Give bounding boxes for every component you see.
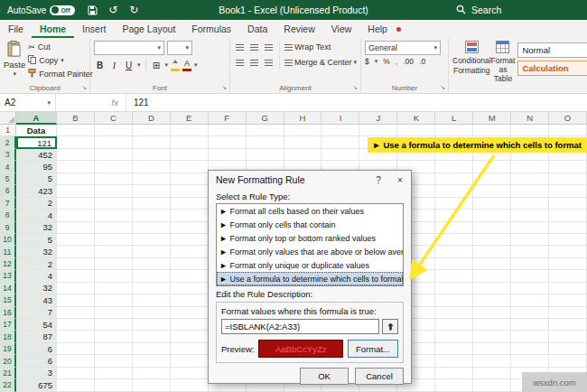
cell-O8[interactable]: [549, 210, 587, 221]
cell-O4[interactable]: [549, 161, 587, 173]
column-header-D[interactable]: D: [133, 112, 171, 125]
cell-O10[interactable]: [549, 234, 587, 246]
cell-N19[interactable]: [511, 343, 549, 355]
align-center-button[interactable]: [248, 57, 260, 69]
cell-H1[interactable]: [284, 125, 322, 136]
underline-button[interactable]: U: [123, 59, 135, 71]
cell-E4[interactable]: [171, 161, 209, 173]
number-format-combo[interactable]: General ▾: [365, 41, 441, 55]
cell-F1[interactable]: [209, 125, 247, 136]
font-name-combo[interactable]: ▾: [94, 41, 164, 55]
cell-H3[interactable]: [284, 149, 322, 161]
cell-E12[interactable]: [171, 258, 209, 270]
cell-E13[interactable]: [171, 270, 209, 282]
cell-B12[interactable]: [57, 258, 95, 270]
dialog-close-button[interactable]: ×: [389, 171, 411, 189]
undo-icon[interactable]: ↺: [107, 4, 119, 16]
cell-B18[interactable]: [57, 331, 95, 342]
cell-B16[interactable]: [57, 307, 95, 319]
cell-M20[interactable]: [473, 355, 511, 367]
cell-E19[interactable]: [171, 343, 209, 355]
cell-C19[interactable]: [95, 343, 133, 355]
cell-B2[interactable]: [57, 136, 95, 148]
cell-A5[interactable]: 5: [16, 173, 57, 185]
cell-M22[interactable]: [473, 379, 511, 391]
increase-decimal-button[interactable]: .00: [403, 57, 414, 66]
cell-M16[interactable]: [473, 307, 511, 319]
row-header-21[interactable]: 21: [0, 368, 16, 379]
cell-D9[interactable]: [133, 222, 171, 234]
cell-A3[interactable]: 452: [16, 149, 57, 161]
cell-M17[interactable]: [473, 319, 511, 331]
format-as-table-button[interactable]: Format as Table: [491, 41, 516, 84]
search-box[interactable]: Search: [456, 5, 501, 16]
cell-O13[interactable]: [549, 270, 587, 282]
cell-L18[interactable]: [435, 331, 473, 342]
redo-icon[interactable]: ↻: [127, 4, 140, 16]
cell-N17[interactable]: [511, 319, 549, 331]
cell-M9[interactable]: [473, 222, 511, 234]
cell-N12[interactable]: [511, 258, 549, 270]
cell-N11[interactable]: [511, 246, 549, 257]
cell-C6[interactable]: [95, 185, 133, 197]
cell-L21[interactable]: [435, 368, 473, 379]
cell-L11[interactable]: [435, 246, 473, 257]
cell-style-calculation[interactable]: Calculation: [517, 61, 587, 76]
font-dialog-launcher-icon[interactable]: ↘: [221, 84, 227, 91]
cell-N8[interactable]: [511, 210, 549, 221]
cell-E15[interactable]: [171, 294, 209, 306]
cell-O17[interactable]: [549, 319, 587, 331]
cell-D18[interactable]: [133, 331, 171, 342]
cell-N16[interactable]: [511, 307, 549, 319]
cell-I3[interactable]: [321, 149, 359, 161]
cell-L6[interactable]: [435, 185, 473, 197]
tab-view[interactable]: View: [323, 20, 360, 38]
cell-O1[interactable]: [549, 125, 587, 136]
cell-O18[interactable]: [549, 331, 587, 342]
cell-C22[interactable]: [95, 379, 133, 391]
cell-M5[interactable]: [473, 173, 511, 185]
collapse-dialog-button[interactable]: [382, 319, 398, 334]
tab-review[interactable]: Review: [275, 20, 322, 38]
cell-E6[interactable]: [171, 185, 209, 197]
align-bottom-button[interactable]: [263, 42, 275, 53]
column-header-N[interactable]: N: [511, 112, 549, 125]
cell-L12[interactable]: [435, 258, 473, 270]
cell-M21[interactable]: [473, 368, 511, 379]
column-header-H[interactable]: H: [284, 112, 322, 125]
cell-D8[interactable]: [133, 210, 171, 221]
cell-G1[interactable]: [247, 125, 284, 136]
cell-O16[interactable]: [549, 307, 587, 319]
formula-input[interactable]: [221, 319, 379, 334]
row-header-9[interactable]: 9: [0, 222, 16, 234]
cell-N9[interactable]: [511, 222, 549, 234]
cell-C20[interactable]: [95, 355, 133, 367]
format-painter-button[interactable]: Format Painter: [28, 68, 93, 79]
cell-A17[interactable]: 54: [16, 319, 57, 331]
cell-C7[interactable]: [95, 198, 133, 210]
cell-N7[interactable]: [511, 198, 549, 210]
row-header-13[interactable]: 13: [0, 270, 16, 282]
cell-D6[interactable]: [133, 185, 171, 197]
cell-A4[interactable]: 95: [16, 161, 57, 173]
cell-C4[interactable]: [95, 161, 133, 173]
cell-E21[interactable]: [171, 368, 209, 379]
cell-M14[interactable]: [473, 283, 511, 294]
cell-A12[interactable]: 2: [16, 258, 57, 270]
cell-D14[interactable]: [133, 283, 171, 294]
dialog-title-bar[interactable]: New Formatting Rule ? ×: [209, 171, 411, 189]
cell-C2[interactable]: [95, 136, 133, 148]
cell-D21[interactable]: [133, 368, 171, 379]
cut-button[interactable]: ✂ Cut: [28, 41, 93, 52]
cell-A14[interactable]: 32: [16, 283, 57, 294]
font-size-combo[interactable]: ▾: [167, 41, 192, 55]
cell-N4[interactable]: [511, 161, 549, 173]
cell-B14[interactable]: [57, 283, 95, 294]
fill-color-button[interactable]: [171, 59, 180, 71]
align-left-button[interactable]: [234, 57, 246, 69]
cell-J1[interactable]: [359, 125, 397, 136]
tab-file[interactable]: File: [0, 20, 32, 38]
tab-home[interactable]: Home: [32, 20, 74, 38]
wrap-text-button[interactable]: Wrap Text: [284, 42, 331, 51]
cell-B15[interactable]: [57, 294, 95, 306]
